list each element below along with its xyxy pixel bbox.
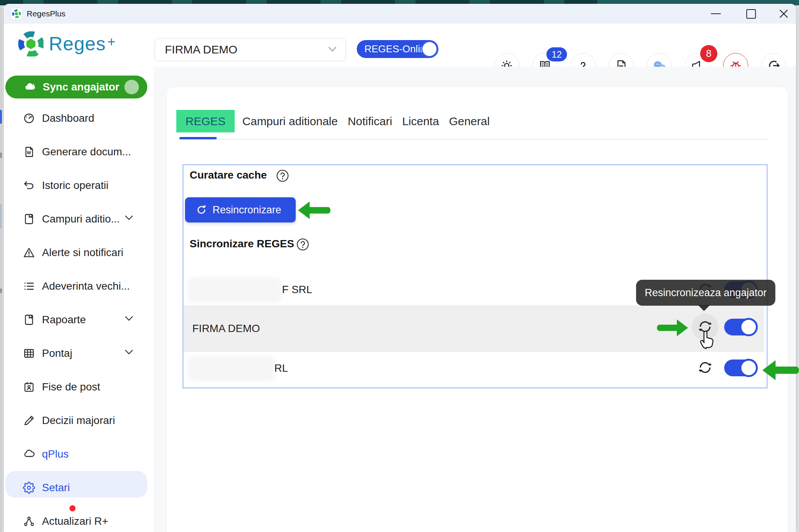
pinwheel-logo-icon <box>18 31 43 56</box>
sidebar-item-label: Actualizari R+ <box>42 515 108 527</box>
sidebar-item-label: Dashboard <box>42 112 94 124</box>
sidebar-item-actualizari[interactable]: Actualizari R+ <box>5 505 149 532</box>
brand-name: Reges <box>49 33 106 55</box>
tooltip-text: Resincronizeaza angajator <box>645 287 767 299</box>
close-icon <box>779 9 789 19</box>
gear-icon <box>23 482 35 494</box>
sidebar-item-generare-documente[interactable]: W Generare docum... <box>5 135 149 169</box>
settings-tabs: REGES Campuri aditionale Notificari Lice… <box>176 110 499 132</box>
sidebar-item-label: Setari <box>42 482 70 494</box>
company-name: F SRL <box>282 284 312 296</box>
bookmark-page-icon <box>23 314 35 326</box>
sidebar-item-label: Istoric operatii <box>42 179 108 192</box>
minimize-icon <box>711 13 721 14</box>
pinwheel-logo-icon <box>12 10 21 18</box>
sidebar-item-label: Alerte si notificari <box>42 247 123 259</box>
app-window: RegesPlus Reges+ <box>4 4 796 532</box>
annotation-arrow-right <box>656 319 689 336</box>
sidebar-item-istoric-operatii[interactable]: Istoric operatii <box>5 169 149 202</box>
toggle-knob <box>421 41 438 57</box>
sidebar-item-label: Pontaj <box>42 347 72 360</box>
sidebar-item-pontaj[interactable]: Pontaj <box>5 337 149 370</box>
minimize-button[interactable] <box>704 4 728 24</box>
sidebar-item-sync-angajator[interactable]: Sync angajator <box>5 76 147 98</box>
tab-reges[interactable]: REGES <box>176 110 235 132</box>
resincronizare-button[interactable]: Resincronizare <box>185 197 296 222</box>
sidebar-item-alerte-si-notificari[interactable]: Alerte si notificari <box>5 236 149 269</box>
help-icon[interactable] <box>296 238 309 251</box>
qplus-notification-dot <box>69 505 76 511</box>
gauge-icon <box>23 112 35 124</box>
reges-settings-panel: Curatare cache Resincronizare Sincroniza… <box>182 164 768 389</box>
active-tab-underline <box>179 137 217 139</box>
list-icon <box>23 280 35 292</box>
hand-cursor-icon <box>699 327 717 350</box>
cache-section-title: Curatare cache <box>190 169 267 181</box>
resincronizare-label: Resincronizare <box>213 204 281 216</box>
company-selector[interactable]: FIRMA DEMO <box>155 38 346 61</box>
sidebar-item-adeverinta-vechime[interactable]: Adeverinta vechi... <box>5 269 149 303</box>
chevron-down-icon <box>124 215 134 221</box>
cloud-icon <box>23 448 35 460</box>
warning-triangle-icon <box>23 247 35 259</box>
tab-divider <box>179 139 767 140</box>
badge-person-icon <box>23 381 35 393</box>
settings-card: REGES Campuri aditionale Notificari Lice… <box>167 87 788 532</box>
sidebar-item-campuri-aditionale[interactable]: Campuri aditio... <box>5 202 149 236</box>
tab-campuri-aditionale[interactable]: Campuri aditionale <box>242 115 338 128</box>
chevron-down-icon <box>124 316 134 321</box>
sync-section-title: Sincronizare REGES <box>190 238 294 250</box>
sidebar-item-label: Decizii majorari <box>42 414 115 427</box>
brand-plus: + <box>108 34 116 50</box>
app-icon <box>11 8 22 19</box>
sidebar-item-fise-de-post[interactable]: Fise de post <box>5 370 149 404</box>
background-edge <box>0 5 2 532</box>
bookmark-page-icon <box>23 213 35 225</box>
cloud-sync-icon <box>24 81 36 93</box>
help-icon[interactable] <box>276 169 289 182</box>
tooltip: Resincronizeaza angajator <box>636 280 775 306</box>
sidebar-item-rapoarte[interactable]: Rapoarte <box>5 303 149 337</box>
guide-badge: 12 <box>546 47 567 61</box>
titlebar[interactable]: RegesPlus <box>4 4 796 24</box>
tab-general[interactable]: General <box>449 115 490 128</box>
reges-online-toggle[interactable]: REGES-Online <box>357 40 438 58</box>
announcements-badge: 8 <box>700 45 717 62</box>
brand-logo: Reges+ <box>18 31 116 56</box>
sidebar-item-label: Adeverinta vechi... <box>42 280 130 292</box>
undo-arrow-icon <box>23 179 35 192</box>
sidebar-item-decizii-majorari[interactable]: Decizii majorari <box>5 404 149 437</box>
company-name: FIRMA DEMO <box>192 322 260 335</box>
sidebar-item-label: Fise de post <box>42 381 100 393</box>
sidebar-item-label: Sync angajator <box>43 81 119 93</box>
annotation-arrow-left <box>298 202 330 219</box>
sidebar-item-setari[interactable]: Setari <box>5 471 149 505</box>
company-name: RL <box>274 362 288 374</box>
toggle-knob <box>739 318 758 336</box>
redacted-company-name <box>191 359 272 378</box>
maximize-button[interactable] <box>739 4 763 24</box>
chevron-down-icon <box>328 47 337 52</box>
svg-text:W: W <box>27 150 31 155</box>
redacted-company-name <box>191 281 279 300</box>
tooltip-caret <box>698 305 710 311</box>
company-row[interactable]: FIRMA DEMO <box>184 305 764 351</box>
sidebar-item-dashboard[interactable]: Dashboard <box>5 102 149 135</box>
sidebar: Sync angajator Dashboard W Gen <box>5 67 153 532</box>
annotation-arrow-left <box>762 360 799 380</box>
marker-pen-icon <box>23 414 35 427</box>
company-selector-value: FIRMA DEMO <box>165 43 237 56</box>
sidebar-item-label: Generare docum... <box>42 146 131 158</box>
window-title: RegesPlus <box>27 4 66 24</box>
share-nodes-icon <box>23 515 35 527</box>
sync-toggle[interactable] <box>724 360 756 376</box>
chevron-down-icon <box>124 349 134 355</box>
resync-row-icon[interactable] <box>698 360 712 375</box>
sidebar-item-qplus[interactable]: qPlus <box>5 437 149 471</box>
tab-licenta[interactable]: Licenta <box>402 115 439 128</box>
app-header: Reges+ FIRMA DEMO REGES-Online <box>4 24 796 71</box>
tab-notificari[interactable]: Notificari <box>348 115 392 128</box>
company-row[interactable]: RL <box>184 351 764 387</box>
close-button[interactable] <box>772 4 796 24</box>
sync-toggle[interactable] <box>724 319 756 335</box>
